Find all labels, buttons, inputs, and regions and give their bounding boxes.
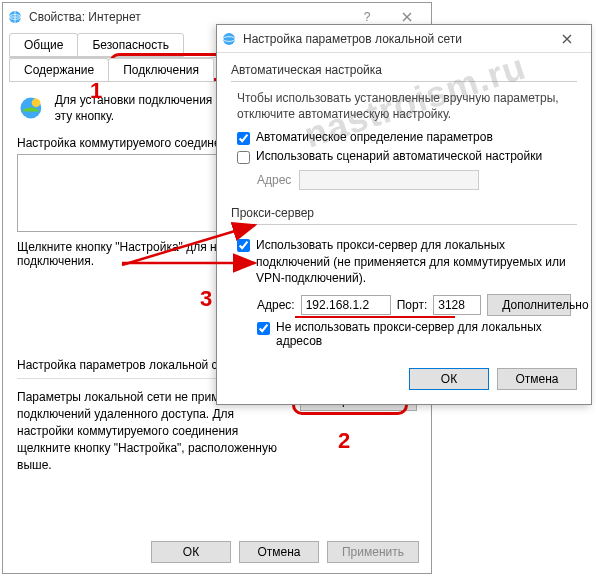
close-button[interactable]	[547, 25, 587, 53]
annotation-underline	[295, 316, 455, 318]
proxy-address-label: Адрес:	[257, 298, 295, 312]
bypass-local-label: Не использовать прокси-сервер для локаль…	[276, 320, 571, 348]
dialog-title: Настройка параметров локальной сети	[243, 32, 547, 46]
auto-script-input[interactable]	[237, 151, 250, 164]
auto-detect-label: Автоматическое определение параметров	[256, 130, 493, 144]
close-icon	[562, 34, 572, 44]
svg-point-3	[32, 98, 41, 107]
ok-button[interactable]: ОК	[151, 541, 231, 563]
cancel-button[interactable]: Отмена	[497, 368, 577, 390]
close-icon	[402, 12, 412, 22]
tab-security[interactable]: Безопасность	[77, 33, 184, 57]
proxy-address-input[interactable]	[301, 295, 391, 315]
proxy-port-label: Порт:	[397, 298, 428, 312]
auto-script-label: Использовать сценарий автоматической нас…	[256, 149, 542, 163]
internet-options-icon	[221, 31, 237, 47]
dialog-buttons: ОК Отмена Применить	[151, 541, 419, 563]
internet-options-icon	[7, 9, 23, 25]
auto-config-title: Автоматическая настройка	[231, 63, 577, 77]
use-proxy-input[interactable]	[237, 239, 250, 252]
window-title: Свойства: Интернет	[29, 10, 347, 24]
apply-button[interactable]: Применить	[327, 541, 419, 563]
cancel-button[interactable]: Отмена	[239, 541, 319, 563]
use-proxy-checkbox[interactable]: Использовать прокси-сервер для локальных…	[237, 237, 571, 286]
auto-config-note: Чтобы использовать установленные вручную…	[237, 90, 571, 122]
tab-content[interactable]: Содержание	[9, 58, 109, 81]
proxy-title: Прокси-сервер	[231, 206, 577, 220]
auto-detect-input[interactable]	[237, 132, 250, 145]
auto-script-checkbox[interactable]: Использовать сценарий автоматической нас…	[237, 149, 571, 164]
script-address-input	[299, 170, 479, 190]
script-address-label: Адрес	[257, 173, 291, 187]
svg-point-4	[223, 33, 235, 45]
lan-settings-dialog: Настройка параметров локальной сети Авто…	[216, 24, 592, 405]
globe-icon	[17, 92, 45, 124]
advanced-button[interactable]: Дополнительно	[487, 294, 571, 316]
proxy-port-input[interactable]	[433, 295, 481, 315]
bypass-local-input[interactable]	[257, 322, 270, 335]
proxy-fieldset: Прокси-сервер Использовать прокси-сервер…	[231, 206, 577, 356]
auto-detect-checkbox[interactable]: Автоматическое определение параметров	[237, 130, 571, 145]
tab-general[interactable]: Общие	[9, 33, 78, 57]
use-proxy-label: Использовать прокси-сервер для локальных…	[256, 237, 571, 286]
tab-connections[interactable]: Подключения	[108, 58, 214, 81]
ok-button[interactable]: ОК	[409, 368, 489, 390]
bypass-local-checkbox[interactable]: Не использовать прокси-сервер для локаль…	[257, 320, 571, 348]
auto-config-fieldset: Автоматическая настройка Чтобы использов…	[231, 63, 577, 194]
